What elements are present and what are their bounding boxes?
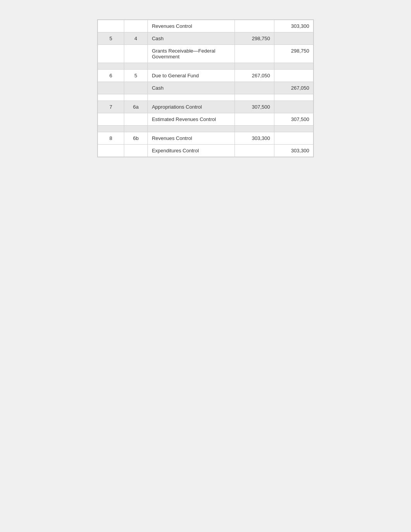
entry-number	[98, 113, 124, 126]
table-row	[98, 126, 313, 132]
debit-amount	[235, 20, 274, 32]
ref-number	[124, 145, 148, 157]
ref-number	[124, 63, 148, 70]
description: Estimated Revenues Control	[148, 113, 235, 126]
debit-amount	[235, 82, 274, 94]
ref-number	[124, 45, 148, 63]
ref-number: 4	[124, 32, 148, 45]
description	[148, 94, 235, 101]
entry-number: 8	[98, 132, 124, 145]
credit-amount: 303,300	[274, 20, 313, 32]
credit-amount	[274, 132, 313, 145]
debit-amount: 298,750	[235, 32, 274, 45]
credit-amount: 267,050	[274, 82, 313, 94]
entry-number: 5	[98, 32, 124, 45]
debit-amount	[235, 145, 274, 157]
credit-amount	[274, 126, 313, 132]
ref-number	[124, 82, 148, 94]
table-row: Grants Receivable—Federal Government298,…	[98, 45, 313, 63]
credit-amount	[274, 63, 313, 70]
table-row: Cash267,050	[98, 82, 313, 94]
entry-number: 6	[98, 70, 124, 82]
ref-number	[124, 113, 148, 126]
credit-amount: 298,750	[274, 45, 313, 63]
ref-number	[124, 20, 148, 32]
description: Revenues Control	[148, 20, 235, 32]
description: Appropriations Control	[148, 101, 235, 113]
entry-number	[98, 45, 124, 63]
credit-amount: 307,500	[274, 113, 313, 126]
debit-amount	[235, 113, 274, 126]
ref-number: 6b	[124, 132, 148, 145]
description	[148, 63, 235, 70]
description: Cash	[148, 32, 235, 45]
credit-amount	[274, 32, 313, 45]
table-row: Estimated Revenues Control307,500	[98, 113, 313, 126]
debit-amount: 307,500	[235, 101, 274, 113]
entry-number	[98, 126, 124, 132]
entry-number	[98, 20, 124, 32]
ref-number	[124, 126, 148, 132]
table-row: 76aAppropriations Control307,500	[98, 101, 313, 113]
debit-amount: 303,300	[235, 132, 274, 145]
description: Cash	[148, 82, 235, 94]
table-row	[98, 94, 313, 101]
debit-amount: 267,050	[235, 70, 274, 82]
entry-number: 7	[98, 101, 124, 113]
credit-amount	[274, 70, 313, 82]
ref-number: 5	[124, 70, 148, 82]
credit-amount	[274, 94, 313, 101]
table-row: Expenditures Control303,300	[98, 145, 313, 157]
table-row: 86bRevenues Control303,300	[98, 132, 313, 145]
entry-number	[98, 145, 124, 157]
description: Revenues Control	[148, 132, 235, 145]
debit-amount	[235, 63, 274, 70]
description: Grants Receivable—Federal Government	[148, 45, 235, 63]
debit-amount	[235, 45, 274, 63]
debit-amount	[235, 126, 274, 132]
entry-number	[98, 94, 124, 101]
journal-table: Revenues Control303,30054Cash298,750Gran…	[97, 19, 314, 157]
entry-number	[98, 82, 124, 94]
credit-amount	[274, 101, 313, 113]
description: Expenditures Control	[148, 145, 235, 157]
table-row: 65Due to General Fund267,050	[98, 70, 313, 82]
table-row: 54Cash298,750	[98, 32, 313, 45]
entry-number	[98, 63, 124, 70]
debit-amount	[235, 94, 274, 101]
description: Due to General Fund	[148, 70, 235, 82]
table-row: Revenues Control303,300	[98, 20, 313, 32]
ref-number: 6a	[124, 101, 148, 113]
table-row	[98, 63, 313, 70]
credit-amount: 303,300	[274, 145, 313, 157]
ref-number	[124, 94, 148, 101]
description	[148, 126, 235, 132]
